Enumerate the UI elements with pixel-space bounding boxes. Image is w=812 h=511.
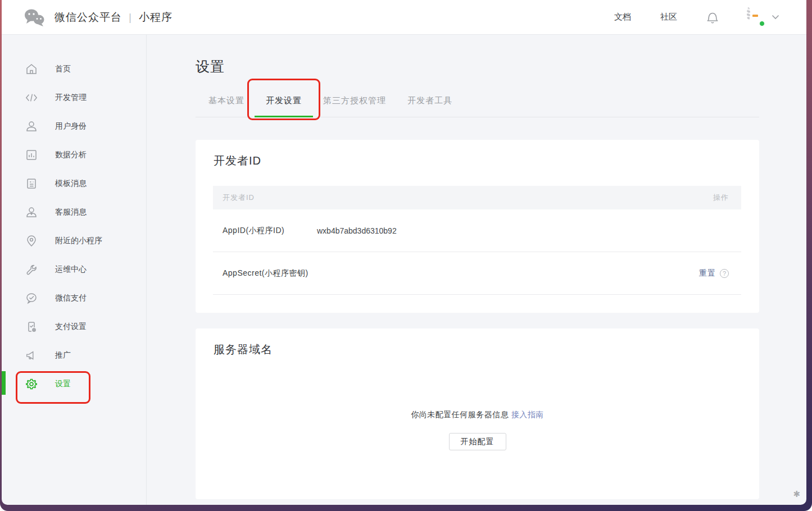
empty-state-text: 你尚未配置任何服务器信息	[411, 410, 509, 419]
appsecret-label: AppSecret(小程序密钥)	[223, 268, 317, 279]
table-header-actions: 操作	[713, 193, 729, 203]
start-configure-button[interactable]: 开始配置	[449, 433, 506, 450]
developer-id-card: 开发者ID 开发者ID 操作 AppID(小程序ID) wxb4b7abd3d6…	[196, 140, 759, 313]
table-header-left: 开发者ID	[223, 193, 255, 203]
sidebar-item-label: 客服消息	[55, 207, 87, 217]
online-status-badge	[759, 21, 765, 26]
sidebar-item-data-analysis[interactable]: 数据分析	[2, 140, 146, 169]
sidebar-item-label: 模板消息	[55, 179, 87, 189]
help-question-icon[interactable]: ?	[720, 269, 729, 278]
tab-third-party-auth[interactable]: 第三方授权管理	[323, 92, 386, 117]
reset-appsecret-link[interactable]: 重置	[699, 268, 716, 279]
sidebar-item-label: 开发管理	[55, 93, 87, 103]
sidebar: 首页 开发管理 用户身份 数据分析	[2, 35, 147, 505]
sidebar-item-label: 数据分析	[55, 150, 87, 160]
top-header: 微信公众平台 | 小程序 文档 社区	[2, 0, 806, 35]
brand: 微信公众平台 | 小程序	[23, 8, 173, 27]
sidebar-item-pay-settings[interactable]: 支付设置	[2, 312, 146, 341]
appid-label: AppID(小程序ID)	[223, 226, 317, 236]
developer-id-table: 开发者ID 操作 AppID(小程序ID) wxb4b7abd3d6310b92…	[213, 186, 741, 295]
user-icon	[25, 120, 38, 133]
gear-icon	[25, 378, 38, 390]
header-nav: 文档 社区	[585, 9, 779, 26]
product-name: 小程序	[139, 10, 173, 25]
sidebar-item-home[interactable]: 首页	[2, 54, 146, 83]
template-icon	[25, 177, 38, 190]
tab-label: 基本设置	[208, 95, 244, 105]
table-row-appid: AppID(小程序ID) wxb4b7abd3d6310b92	[213, 209, 741, 252]
access-guide-link[interactable]: 接入指南	[511, 410, 544, 419]
sidebar-menu: 首页 开发管理 用户身份 数据分析	[2, 54, 146, 398]
window-frame: 微信公众平台 | 小程序 文档 社区	[0, 0, 812, 511]
appid-value: wxb4b7abd3d6310b92	[317, 226, 397, 235]
tab-label: 第三方授权管理	[323, 95, 386, 105]
wechat-pay-icon	[25, 292, 38, 304]
table-header-row: 开发者ID 操作	[213, 186, 741, 209]
wechat-logo-icon	[23, 8, 46, 27]
bar-chart-icon	[25, 149, 38, 161]
customer-service-icon	[25, 206, 38, 218]
sidebar-item-dev-management[interactable]: 开发管理	[2, 83, 146, 112]
server-domain-card: 服务器域名 你尚未配置任何服务器信息 接入指南 开始配置	[196, 328, 759, 499]
table-row-appsecret: AppSecret(小程序密钥) 重置 ?	[213, 252, 741, 295]
wrench-icon	[25, 263, 38, 276]
server-empty-state: 你尚未配置任何服务器信息 接入指南	[196, 410, 759, 420]
sidebar-item-label: 运维中心	[55, 264, 87, 275]
megaphone-icon	[25, 349, 38, 362]
sidebar-item-settings[interactable]: 设置	[2, 369, 146, 398]
home-icon	[25, 63, 38, 75]
brand-separator: |	[129, 11, 132, 24]
tab-label: 开发者工具	[407, 95, 452, 105]
chevron-down-icon[interactable]	[772, 15, 779, 20]
page-title: 设置	[196, 57, 759, 76]
mouse-cursor-icon: ✱	[793, 489, 800, 499]
sidebar-item-label: 微信支付	[55, 293, 87, 303]
nav-community-link[interactable]: 社区	[660, 12, 677, 22]
notification-bell-icon[interactable]	[706, 11, 719, 24]
sidebar-item-template-message[interactable]: 模板消息	[2, 169, 146, 198]
pay-settings-icon	[25, 321, 38, 333]
avatar-image	[747, 7, 750, 20]
active-tab-underline	[255, 116, 313, 117]
app-screen: 微信公众平台 | 小程序 文档 社区	[2, 0, 806, 505]
server-domain-title: 服务器域名	[214, 342, 273, 357]
settings-tabs: 基本设置 开发设置 第三方授权管理 开发者工具	[196, 92, 759, 117]
sidebar-item-wechat-pay[interactable]: 微信支付	[2, 284, 146, 312]
tab-developer-tools[interactable]: 开发者工具	[407, 92, 452, 117]
sidebar-item-label: 附近的小程序	[55, 236, 102, 246]
tab-label: 开发设置	[266, 95, 302, 105]
appsecret-actions: 重置 ?	[699, 268, 729, 279]
sidebar-item-customer-service[interactable]: 客服消息	[2, 198, 146, 226]
main-content: 设置 基本设置 开发设置 第三方授权管理 开发者工具 开发者ID 开发者ID	[196, 35, 759, 499]
sidebar-item-ops-center[interactable]: 运维中心	[2, 255, 146, 284]
tab-basic-settings[interactable]: 基本设置	[208, 92, 244, 117]
sidebar-item-label: 用户身份	[55, 121, 87, 131]
code-icon	[25, 92, 38, 104]
brand-name: 微信公众平台	[55, 10, 122, 25]
sidebar-item-promotion[interactable]: 推广	[2, 341, 146, 369]
nav-docs-link[interactable]: 文档	[614, 12, 631, 22]
brand-title: 微信公众平台 | 小程序	[55, 10, 173, 25]
sidebar-item-label: 支付设置	[55, 322, 87, 332]
tab-development-settings[interactable]: 开发设置	[266, 92, 302, 117]
sidebar-item-label: 推广	[55, 350, 71, 361]
sidebar-item-label: 首页	[55, 64, 71, 74]
developer-id-title: 开发者ID	[214, 153, 261, 168]
sidebar-item-label: 设置	[55, 379, 71, 389]
sidebar-item-nearby-miniprogram[interactable]: 附近的小程序	[2, 226, 146, 255]
sidebar-item-user-identity[interactable]: 用户身份	[2, 112, 146, 140]
account-avatar[interactable]	[747, 9, 764, 26]
location-pin-icon	[25, 235, 38, 247]
